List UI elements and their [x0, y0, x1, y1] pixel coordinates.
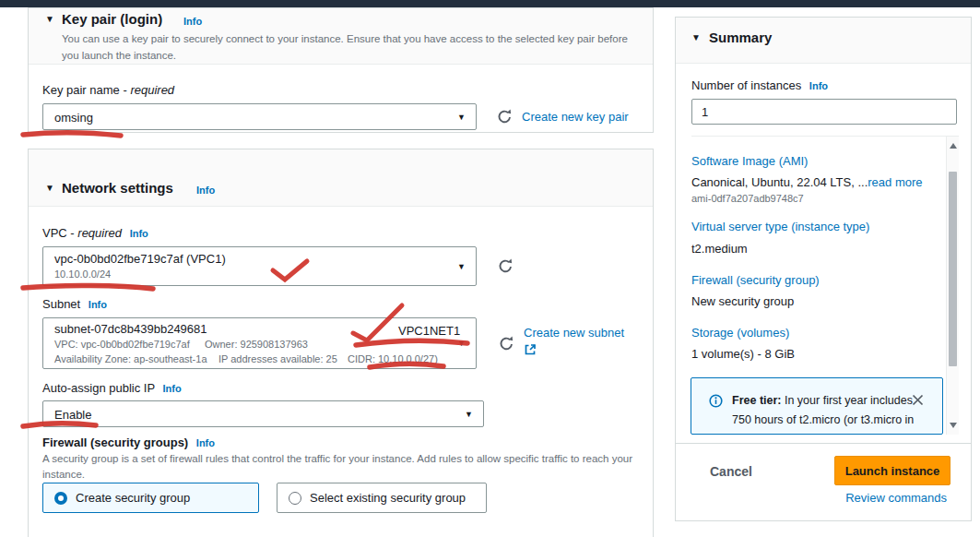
firewall-label: Firewall (security groups) Info [42, 436, 215, 449]
chevron-down-icon: ▼ [457, 113, 466, 122]
free-tier-alert: Free tier: In your first year includes 7… [691, 377, 943, 435]
ami-section-link[interactable]: Software Image (AMI) [691, 154, 808, 168]
collapse-triangle-icon[interactable]: ▼ [45, 15, 54, 24]
summary-title: Summary [709, 30, 772, 45]
chevron-down-icon: ▼ [465, 410, 473, 419]
free-tier-text: Free tier: In your first year includes 7… [732, 391, 915, 435]
auto-assign-ip-select[interactable]: Enable ▼ [42, 400, 484, 427]
create-new-key-pair-link[interactable]: Create new key pair [522, 110, 629, 124]
key-pair-section: ▼ Key pair (login) Info You can use a ke… [28, 7, 654, 133]
subnet-select[interactable]: subnet-07dc8b439bb249681 VPC1NET1 VPC: v… [42, 317, 477, 369]
close-icon[interactable] [911, 393, 925, 407]
key-pair-selected-value: omsing [54, 111, 93, 125]
select-existing-security-group-option[interactable]: Select existing security group [277, 483, 487, 513]
subnet-az: Availability Zone: ap-southeast-1a [54, 353, 207, 364]
network-section-header [29, 149, 653, 207]
create-new-subnet-link[interactable]: Create new subnet [524, 326, 624, 340]
key-pair-title: Key pair (login) [62, 11, 162, 27]
subnet-vpc-id: VPC: vpc-0b0bd02fbe719c7af [54, 339, 190, 350]
summary-footer-divider [676, 443, 971, 444]
collapse-triangle-icon[interactable]: ▼ [691, 33, 701, 42]
instance-type-section-link[interactable]: Virtual server type (instance type) [691, 220, 869, 233]
red-underline-keypair [23, 133, 121, 136]
subnet-name: VPC1NET1 [398, 324, 460, 338]
key-pair-info-link[interactable]: Info [183, 16, 202, 27]
top-navigation-bar [0, 0, 980, 7]
chevron-down-icon: ▼ [457, 262, 466, 271]
network-settings-section: ▼ Network settings Info VPC - required I… [28, 149, 654, 537]
refresh-icon[interactable] [496, 108, 514, 125]
launch-instance-button[interactable]: Launch instance [834, 456, 950, 485]
launch-instance-page: ▼ Key pair (login) Info You can use a ke… [0, 0, 980, 537]
subnet-info-link[interactable]: Info [89, 299, 107, 310]
external-link-icon[interactable] [524, 343, 537, 356]
subnet-owner: Owner: 925908137963 [205, 339, 308, 350]
subnet-id: subnet-07dc8b439bb249681 [54, 322, 207, 336]
firewall-info-link[interactable]: Info [196, 437, 215, 448]
required-word: required [130, 83, 174, 97]
auto-assign-info-link[interactable]: Info [163, 383, 182, 394]
create-security-group-label: Create security group [76, 491, 190, 505]
key-pair-select[interactable]: omsing ▼ [42, 103, 477, 130]
scroll-down-icon[interactable] [950, 423, 957, 428]
firewall-section-link[interactable]: Firewall (security group) [691, 273, 820, 287]
number-of-instances-label: Number of instances Info [691, 78, 828, 92]
instance-type-value: t2.medium [691, 242, 748, 256]
info-circle-icon [709, 394, 723, 408]
radio-unselected-icon[interactable] [289, 492, 301, 505]
scrollbar-thumb[interactable] [949, 172, 957, 366]
auto-assign-ip-value: Enable [54, 408, 91, 422]
chevron-down-icon: ▼ [457, 339, 466, 348]
number-of-instances-input[interactable] [691, 99, 957, 125]
refresh-icon[interactable] [498, 335, 515, 352]
storage-section-link[interactable]: Storage (volumes) [691, 326, 789, 340]
vpc-info-link[interactable]: Info [130, 228, 148, 239]
storage-value: 1 volume(s) - 8 GiB [691, 347, 795, 361]
collapse-triangle-icon[interactable]: ▼ [45, 184, 54, 193]
summary-panel: ▼ Summary Number of instances Info Softw… [675, 17, 972, 521]
summary-scrollbar[interactable] [946, 137, 959, 435]
vpc-label: VPC - required Info [42, 226, 148, 240]
network-info-link[interactable]: Info [196, 185, 215, 196]
required-word: required [77, 226, 122, 240]
key-pair-name-label: Key pair name - required [42, 83, 174, 97]
select-existing-security-group-label: Select existing security group [310, 491, 466, 505]
ami-id: ami-0df7a207adb9748c7 [691, 193, 804, 204]
vpc-select[interactable]: vpc-0b0bd02fbe719c7af (VPC1) 10.10.0.0/2… [42, 246, 477, 286]
cancel-button[interactable]: Cancel [710, 464, 752, 479]
subnet-ip-available: IP addresses available: 25 [218, 353, 337, 364]
review-commands-link[interactable]: Review commands [845, 491, 947, 505]
instances-info-link[interactable]: Info [809, 80, 828, 91]
ami-description: Canonical, Ubuntu, 22.04 LTS, ...read mo… [691, 175, 923, 189]
firewall-description: A security group is a set of firewall ru… [42, 451, 642, 482]
firewall-value: New security group [691, 294, 794, 308]
summary-scroll-area: Software Image (AMI) Canonical, Ubuntu, … [676, 137, 946, 435]
network-settings-title: Network settings [62, 180, 173, 196]
subnet-label: Subnet Info [42, 297, 107, 311]
create-security-group-option[interactable]: Create security group [42, 483, 259, 513]
scroll-up-icon[interactable] [950, 143, 957, 149]
refresh-icon[interactable] [497, 257, 514, 275]
read-more-link[interactable]: read more [868, 175, 922, 189]
vpc-selected-value: vpc-0b0bd02fbe719c7af (VPC1) [54, 252, 226, 266]
vpc-cidr: 10.10.0.0/24 [54, 268, 111, 280]
key-pair-description: You can use a key pair to securely conne… [62, 30, 632, 65]
radio-selected-icon[interactable] [54, 492, 67, 505]
subnet-cidr: CIDR: 10.10.0.0/27) [348, 353, 438, 364]
auto-assign-ip-label: Auto-assign public IP Info [42, 381, 182, 395]
